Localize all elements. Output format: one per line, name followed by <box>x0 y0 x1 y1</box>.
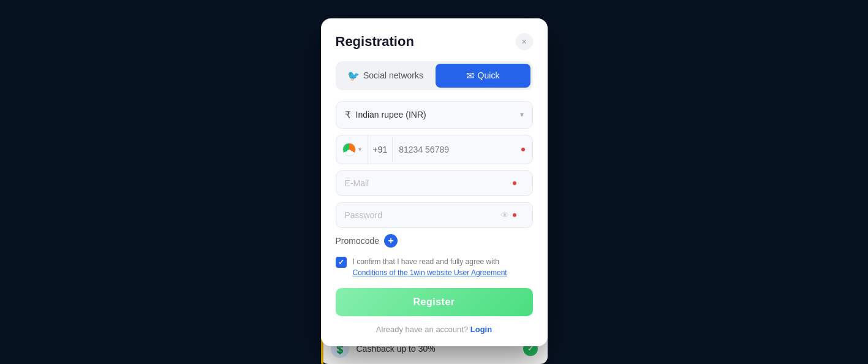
agreement-text-before: I confirm that I have read and fully agr… <box>353 257 499 266</box>
password-input[interactable] <box>345 210 500 220</box>
email-field-wrapper <box>336 170 533 196</box>
currency-symbol: ₹ <box>345 109 351 121</box>
required-dot-email <box>513 181 516 185</box>
tab-quick-label: Quick <box>478 70 500 80</box>
eye-icon[interactable]: 👁 <box>500 210 509 220</box>
phone-field: ▾ +91 <box>336 135 533 164</box>
tab-quick[interactable]: ✉ Quick <box>436 64 530 88</box>
agreement-row: I confirm that I have read and fully agr… <box>336 256 533 278</box>
login-link[interactable]: Login <box>470 325 492 334</box>
agreement-text: I confirm that I have read and fully agr… <box>353 256 533 278</box>
phone-input[interactable] <box>393 137 521 162</box>
registration-modal: Registration × 🐦 Social networks ✉ Quick… <box>321 18 548 346</box>
tab-group: 🐦 Social networks ✉ Quick <box>336 61 533 90</box>
agreement-link[interactable]: Conditions of the 1win website User Agre… <box>353 268 507 277</box>
register-button[interactable]: Register <box>336 288 533 316</box>
tab-social-networks[interactable]: 🐦 Social networks <box>338 64 433 88</box>
currency-dropdown[interactable]: ₹ Indian rupee (INR) ▾ <box>336 101 533 129</box>
required-dot-phone <box>521 148 525 151</box>
social-icon: 🐦 <box>347 70 360 82</box>
email-input[interactable] <box>345 178 513 188</box>
promocode-label: Promocode <box>336 236 380 246</box>
country-chevron-icon: ▾ <box>358 146 361 153</box>
close-button[interactable]: × <box>516 33 533 50</box>
agreement-checkbox[interactable] <box>336 257 347 268</box>
country-selector[interactable]: ▾ <box>336 135 368 164</box>
required-dot-password <box>513 213 516 217</box>
modal-header: Registration × <box>336 33 533 50</box>
login-text: Already have an account? <box>376 325 468 334</box>
quick-icon: ✉ <box>466 70 474 82</box>
phone-code: +91 <box>368 137 393 162</box>
modal-title: Registration <box>336 34 414 50</box>
currency-label: Indian rupee (INR) <box>356 110 426 119</box>
promocode-row: Promocode + <box>336 234 533 248</box>
india-flag-icon <box>342 143 356 156</box>
add-promocode-button[interactable]: + <box>384 234 398 248</box>
tab-social-label: Social networks <box>363 70 423 80</box>
chevron-down-icon: ▾ <box>520 110 524 119</box>
password-field-wrapper: 👁 <box>336 202 533 228</box>
login-row: Already have an account? Login <box>336 325 533 334</box>
